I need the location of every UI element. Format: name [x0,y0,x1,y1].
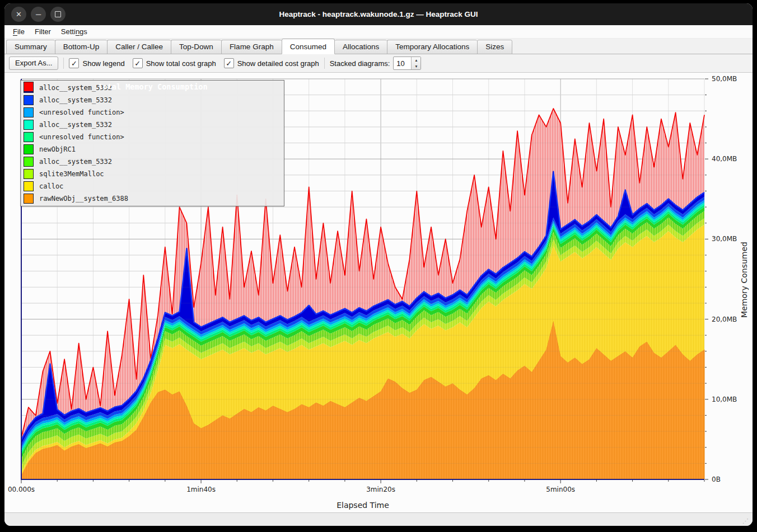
chart-legend: Total Memory Consumptionalloc__system_53… [20,80,284,206]
legend-swatch [24,144,34,154]
legend-label: alloc__system_5332 [39,121,112,129]
app-window: ✕ ─ Heaptrack - heaptrack.wakunode.1.gz … [4,3,753,526]
legend-item: rawNewObj__system_6388 [21,192,284,205]
svg-text:00.000s: 00.000s [8,486,35,493]
legend-item: <unresolved function> [21,106,284,119]
legend-swatch [24,181,34,191]
legend-label: <unresolved function> [39,133,124,141]
consumed-chart-area: 00.000s1min40s3min20s5min00s0B10,0MB20,0… [4,73,753,513]
legend-swatch [24,157,34,167]
window-title: Heaptrack - heaptrack.wakunode.1.gz — He… [4,3,753,25]
legend-label: calloc [39,182,63,190]
export-as-button[interactable]: Export As... [9,57,58,70]
title-bar: ✕ ─ Heaptrack - heaptrack.wakunode.1.gz … [4,3,753,25]
tab-sizes[interactable]: Sizes [477,40,512,54]
tab-bottom-up[interactable]: Bottom-Up [55,40,108,54]
checkmark-icon: ✓ [133,58,143,68]
status-bar: ⋰ [4,512,753,526]
toolbar-separator [324,58,325,69]
toolbar: Export As... ✓Show legend✓Show total cos… [4,54,753,73]
checkbox-show-detailed-cost-graph[interactable]: ✓Show detailed cost graph [224,58,319,68]
legend-label: sqlite3MemMalloc [39,170,104,178]
spin-down-icon[interactable]: ▼ [412,63,420,69]
checkbox-show-total-cost-graph[interactable]: ✓Show total cost graph [133,58,216,68]
checkbox-label: Show detailed cost graph [237,59,319,68]
menu-item-file[interactable]: File [8,26,30,37]
legend-label: <unresolved function> [39,109,124,116]
spin-up-icon[interactable]: ▲ [412,57,420,63]
svg-text:Memory Consumed: Memory Consumed [740,242,749,318]
menu-item-settings[interactable]: Settings [56,26,92,37]
legend-item: calloc [21,180,284,192]
svg-text:3min20s: 3min20s [366,486,395,493]
legend-swatch [24,169,34,179]
tab-temporary-allocations[interactable]: Temporary Allocations [387,40,477,54]
svg-text:5min00s: 5min00s [546,486,575,493]
tab-summary[interactable]: Summary [6,40,55,54]
stacked-diagrams-value[interactable]: 10 [394,57,411,69]
legend-swatch [24,194,34,204]
legend-swatch [24,107,34,117]
svg-text:10,0MB: 10,0MB [712,396,737,403]
svg-text:Elapsed Time: Elapsed Time [337,501,389,510]
svg-text:40,0MB: 40,0MB [712,155,737,163]
stacked-diagrams-label: Stacked diagrams: [330,59,390,68]
svg-text:30,0MB: 30,0MB [712,235,737,243]
checkmark-icon: ✓ [224,58,234,68]
legend-item: <unresolved function> [21,131,284,143]
legend-swatch [24,132,34,142]
tab-caller-callee[interactable]: Caller / Callee [107,40,171,54]
tab-bar: SummaryBottom-UpCaller / CalleeTop-DownF… [4,39,753,54]
stacked-diagrams-spinbox[interactable]: 10 ▲ ▼ [393,57,421,70]
tab-top-down[interactable]: Top-Down [171,40,221,54]
checkmark-icon: ✓ [69,58,79,68]
tab-consumed[interactable]: Consumed [282,39,335,54]
tab-allocations[interactable]: Allocations [335,40,387,54]
tab-flame-graph[interactable]: Flame Graph [221,40,282,54]
legend-label: rawNewObj__system_6388 [39,195,128,203]
legend-swatch [24,82,34,92]
legend-item: sqlite3MemMalloc [21,168,284,180]
legend-swatch [24,95,34,105]
checkbox-label: Show legend [82,59,124,68]
toolbar-separator [63,58,64,69]
legend-label: newObjRC1 [39,145,76,153]
legend-item: alloc__system_5332 [21,119,284,131]
svg-text:1min40s: 1min40s [186,486,216,493]
legend-label: Total Memory Consumption [39,76,267,98]
menu-item-filter[interactable]: Filter [30,26,56,37]
menu-bar: FileFilterSettings [4,25,753,39]
svg-text:50,0MB: 50,0MB [712,75,737,83]
legend-item: newObjRC1 [21,143,284,156]
legend-item: alloc__system_5332 [21,156,284,168]
checkbox-show-legend[interactable]: ✓Show legend [69,58,124,68]
checkbox-label: Show total cost graph [146,59,216,68]
stacked-diagrams-control: Stacked diagrams: 10 ▲ ▼ [330,57,422,70]
legend-swatch [24,120,34,130]
legend-title-row: Total Memory Consumption [21,81,284,93]
resize-grip[interactable]: ⋰ [742,517,749,525]
svg-text:20,0MB: 20,0MB [712,316,737,323]
legend-label: alloc__system_5332 [39,158,112,166]
svg-text:0B: 0B [712,475,721,483]
